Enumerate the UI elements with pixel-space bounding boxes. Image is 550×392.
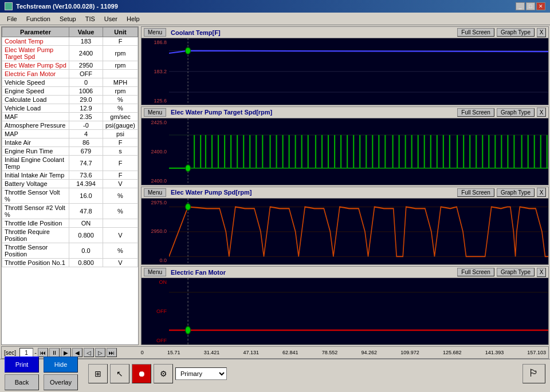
graph-menu-btn-fan[interactable]: Menu (144, 268, 166, 276)
graph-fullscreen-coolant[interactable]: Full Screen (457, 28, 494, 37)
print-button[interactable]: Print (5, 357, 39, 373)
graph-title-pump-target: Elec Water Pump Target Spd[rpm] (168, 109, 455, 116)
transport-step-back[interactable]: ◁ (84, 348, 94, 357)
transport-end[interactable]: ⏭ (107, 348, 117, 357)
graphs-panel: Menu Coolant Temp[F] Full Screen Graph T… (141, 26, 549, 345)
param-row-unit-14: F (103, 171, 138, 180)
menu-user[interactable]: User (100, 14, 122, 23)
param-row-value-10: 4 (69, 130, 103, 138)
parameter-table: Parameter Value Unit Coolant Temp183FEle… (2, 27, 138, 267)
param-row-name-9: Atmosphere Pressure (2, 121, 69, 130)
graph-close-pump-spd[interactable]: X (537, 188, 546, 197)
param-row-unit-0: F (103, 37, 138, 46)
y-min-pump-target: 2400.0 (143, 178, 168, 184)
param-row-value-20: 0.0 (69, 243, 103, 259)
graph-pump-spd: Menu Elec Water Pump Spd[rpm] Full Scree… (141, 187, 549, 266)
speed-input[interactable] (19, 348, 33, 357)
menu-function[interactable]: Function (22, 14, 55, 23)
minimize-button[interactable]: _ (516, 2, 525, 10)
transport-step-fwd[interactable]: ▷ (95, 348, 105, 357)
param-row-name-10: MAP (2, 130, 69, 138)
graph-type-pump-target[interactable]: Graph Type (497, 108, 535, 117)
graph-menu-btn-coolant[interactable]: Menu (144, 28, 166, 37)
menu-file[interactable]: File (2, 14, 22, 23)
back-button[interactable]: Back (5, 374, 39, 390)
time-8: 125.682 (443, 350, 462, 355)
param-row-name-19: Throttle Require Position (2, 228, 69, 243)
param-row-value-16: 16.0 (69, 188, 103, 204)
graph-header-fan: Menu Electric Fan Motor Full Screen Grap… (142, 267, 548, 278)
toolbar-icon-1[interactable]: ⊞ (88, 364, 108, 383)
graph-close-fan[interactable]: X (537, 268, 546, 277)
grid-icon: ⊞ (95, 369, 101, 378)
time-1: 15.71 (167, 350, 180, 355)
graph-type-pump-spd[interactable]: Graph Type (497, 188, 535, 197)
svg-point-4 (186, 47, 191, 54)
hide-button[interactable]: Hide (44, 357, 78, 373)
chart-svg-coolant (169, 38, 548, 105)
close-button[interactable]: ✕ (536, 2, 545, 10)
param-row-value-14: 73.6 (69, 171, 103, 180)
y-min-coolant: 125.6 (143, 98, 168, 104)
param-row-unit-20: % (103, 243, 138, 259)
svg-point-66 (186, 165, 191, 172)
chart-svg-fan (169, 278, 548, 345)
primary-dropdown[interactable]: Primary Secondary (175, 367, 227, 380)
y-axis-pump-target: 2425.0 2400.0 2400.0 (142, 118, 169, 185)
menu-help[interactable]: Help (122, 14, 144, 23)
graph-menu-btn-pump-spd[interactable]: Menu (144, 188, 166, 197)
param-row-value-1: 2400 (69, 46, 103, 61)
graph-menu-btn-pump-target[interactable]: Menu (144, 108, 166, 117)
y-max-coolant: 186.8 (143, 39, 168, 45)
transport-play[interactable]: ▶ (61, 348, 71, 357)
param-row-unit-5: rpm (103, 87, 138, 96)
y-min-pump-spd: 0.0 (143, 258, 168, 263)
graph-fullscreen-pump-target[interactable]: Full Screen (457, 108, 494, 117)
param-row-name-21: Throttle Position No.1 (2, 259, 69, 267)
param-row-value-9: -0 (69, 121, 103, 130)
graph-area-pump-spd (169, 199, 548, 265)
param-row-name-12: Engine Run Time (2, 147, 69, 156)
y-max-fan: ON (143, 279, 168, 285)
cursor-icon: ↖ (116, 369, 123, 378)
menu-setup[interactable]: Setup (55, 14, 81, 23)
maximize-button[interactable]: □ (526, 2, 535, 10)
param-row-name-3: Electric Fan Motor (2, 70, 69, 78)
graph-type-fan[interactable]: Graph Type (497, 268, 535, 276)
graph-fullscreen-pump-spd[interactable]: Full Screen (457, 188, 494, 197)
param-row-unit-7: % (103, 104, 138, 113)
overlay-button[interactable]: Overlay (44, 374, 78, 390)
col-header-unit: Unit (103, 27, 138, 37)
time-10: 157.103 (527, 350, 546, 355)
app-icon (5, 2, 13, 10)
timeline-bar: [sec] - ⏮ ⏸ ▶ ◀ ◁ ▷ ⏭ 0 15.71 31.421 47.… (1, 346, 549, 359)
toolbar-icon-4[interactable]: ⚙ (154, 364, 173, 383)
y-max-pump-target: 2425.0 (143, 120, 168, 125)
y-axis-coolant: 186.8 183.2 125.6 (142, 38, 169, 105)
param-row-unit-9: psi(gauge) (103, 121, 138, 130)
graph-fullscreen-fan[interactable]: Full Screen (457, 268, 494, 276)
param-row-name-5: Engine Speed (2, 87, 69, 96)
param-row-name-17: Throttl Sensor #2 Volt % (2, 204, 69, 219)
graph-close-coolant[interactable]: X (537, 28, 546, 37)
graph-type-coolant[interactable]: Graph Type (497, 28, 535, 37)
time-7: 109.972 (400, 350, 419, 355)
transport-pause[interactable]: ⏸ (49, 348, 60, 357)
transport-stop[interactable]: ⏮ (38, 348, 48, 357)
time-2: 31.421 (204, 350, 220, 355)
param-row-value-3: OFF (69, 70, 103, 78)
transport-prev-frame[interactable]: ◀ (72, 348, 82, 357)
graph-fan-motor: Menu Electric Fan Motor Full Screen Grap… (141, 266, 549, 345)
svg-point-71 (186, 203, 191, 210)
menu-tis[interactable]: TIS (81, 14, 100, 23)
graph-title-fan: Electric Fan Motor (168, 269, 455, 276)
toolbar-icon-3[interactable]: ⏺ (132, 364, 151, 383)
graph-close-pump-target[interactable]: X (537, 108, 546, 117)
time-4: 62.841 (282, 350, 298, 355)
param-row-value-4: 0 (69, 78, 103, 87)
flag-button[interactable]: 🏳 (522, 364, 545, 383)
graph-header-pump-spd: Menu Elec Water Pump Spd[rpm] Full Scree… (142, 187, 548, 199)
window-title: Techstream (Ver10.00.028) - 11099 (16, 3, 118, 10)
graph-title-pump-spd: Elec Water Pump Spd[rpm] (168, 189, 455, 196)
toolbar-icon-2[interactable]: ↖ (110, 364, 129, 383)
